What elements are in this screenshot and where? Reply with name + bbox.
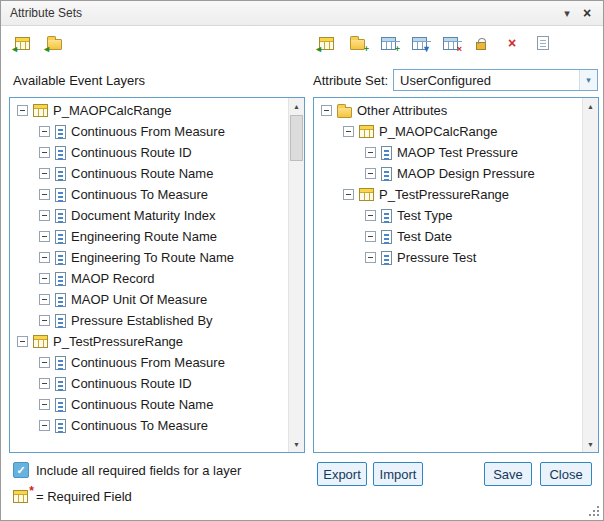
window-close-button[interactable]: ×: [577, 3, 597, 23]
collapse-icon[interactable]: [39, 294, 50, 305]
collapse-icon[interactable]: [343, 189, 354, 200]
tree-item[interactable]: Continuous From Measure: [11, 352, 287, 373]
field-icon: [55, 209, 66, 223]
remove-table-button[interactable]: ×: [441, 34, 459, 52]
vertical-scrollbar[interactable]: ▲ ▼: [288, 98, 304, 452]
field-icon: [55, 272, 66, 286]
window-title: Attribute Sets: [10, 6, 557, 20]
collapse-icon[interactable]: [39, 357, 50, 368]
tree-item[interactable]: Continuous To Measure: [11, 184, 287, 205]
combo-dropdown-button[interactable]: ▾: [579, 70, 597, 90]
field-icon: [381, 230, 392, 244]
save-button[interactable]: Save: [484, 462, 532, 486]
tree-item-label: Pressure Established By: [71, 313, 213, 328]
collapse-icon[interactable]: [365, 168, 376, 179]
table-icon: [359, 125, 374, 138]
add-selected-layer-button[interactable]: ◄: [13, 34, 31, 52]
tree-item[interactable]: P_MAOPCalcRange: [315, 121, 581, 142]
tree-item[interactable]: MAOP Record: [11, 268, 287, 289]
table-icon: [33, 335, 48, 348]
include-required-fields-row[interactable]: ✓ Include all required fields for a laye…: [13, 462, 241, 478]
scroll-up-button[interactable]: ▲: [583, 98, 598, 114]
tree-item[interactable]: Continuous From Measure: [11, 121, 287, 142]
attribute-set-properties-button[interactable]: [534, 34, 552, 52]
collapse-icon[interactable]: [321, 105, 332, 116]
field-icon: [55, 398, 66, 412]
collapse-icon[interactable]: [39, 315, 50, 326]
arrow-down-icon: ▼: [293, 441, 300, 448]
scroll-down-button[interactable]: ▼: [583, 436, 598, 452]
collapse-icon[interactable]: [39, 273, 50, 284]
collapse-icon[interactable]: [39, 231, 50, 242]
scrollbar-thumb[interactable]: [290, 115, 303, 161]
add-table-icon: [381, 37, 396, 50]
delete-attribute-set-button[interactable]: ×: [503, 34, 521, 52]
add-all-layers-button[interactable]: ◄: [45, 34, 63, 52]
collapse-icon[interactable]: [39, 399, 50, 410]
collapse-icon[interactable]: [343, 126, 354, 137]
add-layer-button[interactable]: ◄: [317, 34, 335, 52]
collapse-icon[interactable]: [365, 252, 376, 263]
delete-attribute-set-icon: ×: [508, 36, 516, 50]
tree-item-label: Continuous Route Name: [71, 166, 213, 181]
include-required-fields-checkbox[interactable]: ✓: [13, 462, 29, 478]
tree-item[interactable]: Continuous Route Name: [11, 394, 287, 415]
export-button[interactable]: Export: [317, 462, 367, 486]
arrow-down-icon: ▼: [422, 45, 431, 54]
close-button[interactable]: Close: [540, 462, 592, 486]
resize-grip-icon[interactable]: [588, 505, 599, 516]
collapse-icon[interactable]: [17, 105, 28, 116]
collapse-icon[interactable]: [39, 252, 50, 263]
tree-item[interactable]: Continuous Route Name: [11, 163, 287, 184]
collapse-icon[interactable]: [365, 231, 376, 242]
tree-item[interactable]: Pressure Test: [315, 247, 581, 268]
tree-item[interactable]: Engineering Route Name: [11, 226, 287, 247]
tree-item[interactable]: MAOP Design Pressure: [315, 163, 581, 184]
field-icon: [55, 188, 66, 202]
attribute-set-combobox[interactable]: UserConfigured ▾: [393, 69, 598, 91]
collapse-icon[interactable]: [39, 168, 50, 179]
tree-item[interactable]: Continuous To Measure: [11, 415, 287, 436]
tree-item-label: P_TestPressureRange: [379, 187, 509, 202]
collapse-icon[interactable]: [365, 210, 376, 221]
save-attribute-set-button[interactable]: [472, 34, 490, 52]
tree-item[interactable]: Pressure Established By: [11, 310, 287, 331]
titlebar[interactable]: Attribute Sets ▾ ×: [1, 1, 603, 26]
field-icon: [55, 356, 66, 370]
tree-item[interactable]: Other Attributes: [315, 100, 581, 121]
insert-table-button[interactable]: ▼: [410, 34, 428, 52]
field-icon: [55, 293, 66, 307]
collapse-icon[interactable]: [39, 147, 50, 158]
window-menu-button[interactable]: ▾: [557, 3, 577, 23]
available-layers-tree: P_MAOPCalcRange Continuous From Measure …: [11, 100, 287, 451]
tree-item[interactable]: Continuous Route ID: [11, 142, 287, 163]
collapse-icon[interactable]: [39, 189, 50, 200]
vertical-scrollbar[interactable]: ▲ ▼: [582, 98, 598, 452]
tree-item[interactable]: P_MAOPCalcRange: [11, 100, 287, 121]
new-folder-button[interactable]: +: [348, 34, 366, 52]
collapse-icon[interactable]: [39, 126, 50, 137]
tree-item[interactable]: P_TestPressureRange: [315, 184, 581, 205]
scroll-up-button[interactable]: ▲: [289, 98, 304, 114]
tree-item[interactable]: Engineering To Route Name: [11, 247, 287, 268]
scroll-down-button[interactable]: ▼: [289, 436, 304, 452]
tree-item-label: P_MAOPCalcRange: [53, 103, 172, 118]
collapse-icon[interactable]: [39, 210, 50, 221]
tree-item[interactable]: P_TestPressureRange: [11, 331, 287, 352]
arrow-left-icon: ◄: [42, 45, 51, 54]
collapse-icon[interactable]: [39, 420, 50, 431]
collapse-icon[interactable]: [39, 378, 50, 389]
collapse-icon[interactable]: [365, 147, 376, 158]
new-folder-icon: [350, 39, 365, 50]
arrow-up-icon: ▲: [293, 103, 300, 110]
tree-item[interactable]: Test Date: [315, 226, 581, 247]
tree-item[interactable]: Test Type: [315, 205, 581, 226]
add-table-button[interactable]: +: [379, 34, 397, 52]
tree-item[interactable]: Continuous Route ID: [11, 373, 287, 394]
field-icon: [55, 314, 66, 328]
tree-item[interactable]: MAOP Test Pressure: [315, 142, 581, 163]
import-button[interactable]: Import: [373, 462, 423, 486]
collapse-icon[interactable]: [17, 336, 28, 347]
tree-item[interactable]: Document Maturity Index: [11, 205, 287, 226]
tree-item[interactable]: MAOP Unit Of Measure: [11, 289, 287, 310]
